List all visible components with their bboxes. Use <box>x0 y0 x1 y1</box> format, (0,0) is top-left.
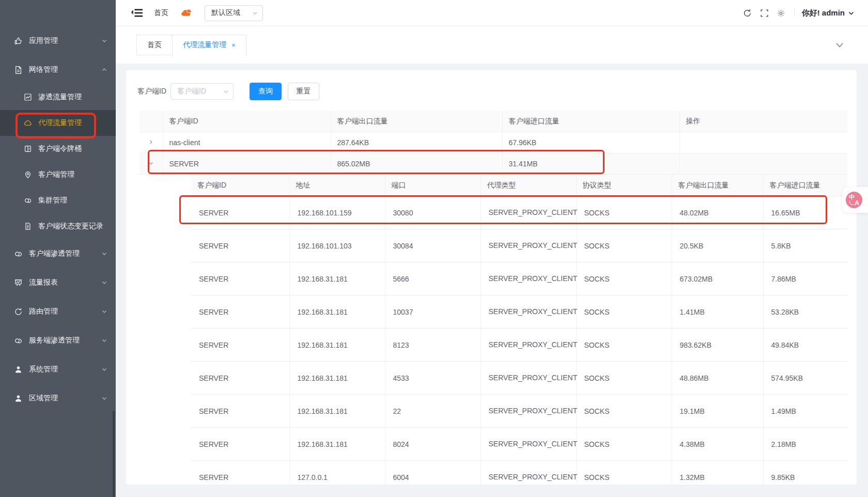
cell-client-id: SERVER <box>191 362 289 395</box>
region-select[interactable]: 默认区域 <box>205 5 263 21</box>
chevron-down-icon <box>101 366 107 372</box>
sidebar-item-客户端管理[interactable]: 客户端管理 <box>0 162 116 188</box>
cell-protocol-type: SOCKS <box>576 461 672 485</box>
sidebar-item-客户端状态变更记录[interactable]: 客户端状态变更记录 <box>0 213 116 239</box>
nested-table-row: SERVER192.168.101.10330084SERVER_PROXY_C… <box>191 229 847 262</box>
sidebar-item-网络管理[interactable]: 网络管理 <box>0 55 116 84</box>
sidebar-item-渗透流量管理[interactable]: 渗透流量管理 <box>0 84 116 110</box>
like-icon <box>14 37 23 45</box>
tab-首页[interactable]: 首页 <box>136 35 173 55</box>
breadcrumb-home[interactable]: 首页 <box>154 8 168 18</box>
sidebar-item-应用管理[interactable]: 应用管理 <box>0 26 116 55</box>
collapse-row-icon[interactable] <box>148 160 154 166</box>
chevron-down-icon[interactable] <box>848 10 855 17</box>
sidebar: 应用管理网络管理渗透流量管理代理流量管理客户端令牌桶客户端管理集群管理客户端状态… <box>0 0 116 497</box>
cell-protocol-type: SOCKS <box>576 329 672 362</box>
sidebar-item-label: 集群管理 <box>38 196 67 205</box>
table-row-SERVER: SERVER865.02MB31.41MB <box>140 153 847 175</box>
chevron-up-icon <box>101 67 107 73</box>
sidebar-item-客户端渗透管理[interactable]: 客户端渗透管理 <box>0 239 116 268</box>
nested-table-row: SERVER192.168.31.1814533SERVER_PROXY_CLI… <box>191 362 847 395</box>
cell-proxy-type: SERVER_PROXY_CLIENT <box>481 229 576 262</box>
cell-port: 30080 <box>385 196 481 229</box>
header-cloud-icon <box>181 9 192 17</box>
cluster-icon <box>14 336 23 345</box>
cell-out-traffic: 1.41MB <box>672 296 763 329</box>
fullscreen-icon[interactable] <box>760 9 769 18</box>
cell-out-traffic: 48.86MB <box>672 362 763 395</box>
nested-proxy-table: 客户端ID地址端口代理类型协议类型客户端出口流量客户端进口流量SERVER192… <box>191 175 847 485</box>
search-button[interactable]: 查询 <box>250 83 282 100</box>
sidebar-item-集群管理[interactable]: 集群管理 <box>0 188 116 213</box>
cell-out-traffic: 673.02MB <box>672 262 763 296</box>
cell-client-id: SERVER <box>191 262 289 296</box>
reset-button[interactable]: 重置 <box>288 83 319 100</box>
cell-client-id: nas-client <box>163 132 331 153</box>
cell-out-traffic: 19.1MB <box>672 395 763 428</box>
tab-close-icon[interactable]: × <box>231 41 236 49</box>
menu-fold-icon[interactable] <box>131 8 143 18</box>
cell-out-traffic: 865.02MB <box>331 153 502 175</box>
sidebar-item-客户端令牌桶[interactable]: 客户端令牌桶 <box>0 136 116 162</box>
cell-proxy-type: SERVER_PROXY_CLIENT <box>481 428 576 461</box>
tabs-chevron-down-icon[interactable] <box>835 41 844 49</box>
nested-table-row: SERVER192.168.31.1815666SERVER_PROXY_CLI… <box>191 262 847 296</box>
cell-address: 192.168.31.181 <box>289 362 385 395</box>
brightness-icon[interactable] <box>777 9 785 17</box>
sidebar-item-label: 客户端渗透管理 <box>29 249 80 258</box>
cell-proxy-type: SERVER_PROXY_CLIENT <box>481 461 576 485</box>
cell-out-traffic: 48.02MB <box>672 196 763 229</box>
client-id-select[interactable]: 客户端ID <box>171 83 234 100</box>
sidebar-item-系统管理[interactable]: 系统管理 <box>0 355 116 384</box>
sidebar-item-label: 客户端令牌桶 <box>38 144 82 153</box>
refresh-icon[interactable] <box>743 9 752 18</box>
cell-port: 8024 <box>385 428 481 461</box>
cell-in-traffic: 1.49MB <box>763 395 847 428</box>
sidebar-item-流量报表[interactable]: 流量报表 <box>0 268 116 297</box>
sidebar-item-label: 系统管理 <box>29 365 58 374</box>
cell-port: 6004 <box>385 461 481 485</box>
cell-action <box>679 132 847 153</box>
cell-out-traffic: 287.64KB <box>331 132 502 153</box>
cell-in-traffic: 16.65MB <box>763 196 847 229</box>
cell-address: 192.168.101.159 <box>289 196 385 229</box>
translate-en-glyph: A <box>855 199 859 207</box>
cell-in-traffic: 49.84KB <box>763 329 847 362</box>
chart-icon <box>24 93 32 101</box>
nested-column-header: 客户端进口流量 <box>763 175 847 196</box>
cell-in-traffic: 5.8KB <box>763 229 847 262</box>
cell-address: 192.168.31.181 <box>289 329 385 362</box>
user-greeting[interactable]: 你好! admin <box>802 8 845 18</box>
sidebar-item-服务端渗透管理[interactable]: 服务端渗透管理 <box>0 326 116 355</box>
sidebar-item-代理流量管理[interactable]: 代理流量管理 <box>0 110 116 136</box>
chevron-down-icon <box>101 337 107 344</box>
cell-client-id: SERVER <box>191 395 289 428</box>
sidebar-item-label: 服务端渗透管理 <box>29 336 80 345</box>
tabs-row: 首页代理流量管理× <box>136 35 246 55</box>
cell-protocol-type: SOCKS <box>576 229 672 262</box>
cell-address: 192.168.31.181 <box>289 395 385 428</box>
column-header: 操作 <box>679 111 847 132</box>
sidebar-item-label: 网络管理 <box>29 65 58 74</box>
cell-proxy-type: SERVER_PROXY_CLIENT <box>481 196 576 229</box>
nested-column-header: 端口 <box>385 175 481 196</box>
nested-table-row: SERVER192.168.31.1818024SERVER_PROXY_CLI… <box>191 428 847 461</box>
expand-row-icon[interactable] <box>148 139 154 145</box>
cell-client-id: SERVER <box>191 229 289 262</box>
tab-label: 首页 <box>147 40 162 50</box>
nested-table-row: SERVER192.168.31.18122SERVER_PROXY_CLIEN… <box>191 395 847 428</box>
sidebar-scrollbar[interactable] <box>113 411 115 497</box>
cell-out-traffic: 4.38MB <box>672 428 763 461</box>
cell-address: 192.168.101.103 <box>289 229 385 262</box>
tab-代理流量管理[interactable]: 代理流量管理× <box>173 35 246 55</box>
nested-column-header: 协议类型 <box>576 175 672 196</box>
header-left: 首页 默认区域 <box>116 0 263 26</box>
cell-proxy-type: SERVER_PROXY_CLIENT <box>481 362 576 395</box>
sidebar-item-路由管理[interactable]: 路由管理 <box>0 297 116 326</box>
app-screen: 应用管理网络管理渗透流量管理代理流量管理客户端令牌桶客户端管理集群管理客户端状态… <box>0 0 868 497</box>
cell-protocol-type: SOCKS <box>576 428 672 461</box>
translate-icon[interactable]: 中 A <box>846 192 862 208</box>
user-icon <box>14 365 23 374</box>
header-right: 你好! admin <box>743 0 855 26</box>
sidebar-item-区域管理[interactable]: 区域管理 <box>0 384 116 413</box>
